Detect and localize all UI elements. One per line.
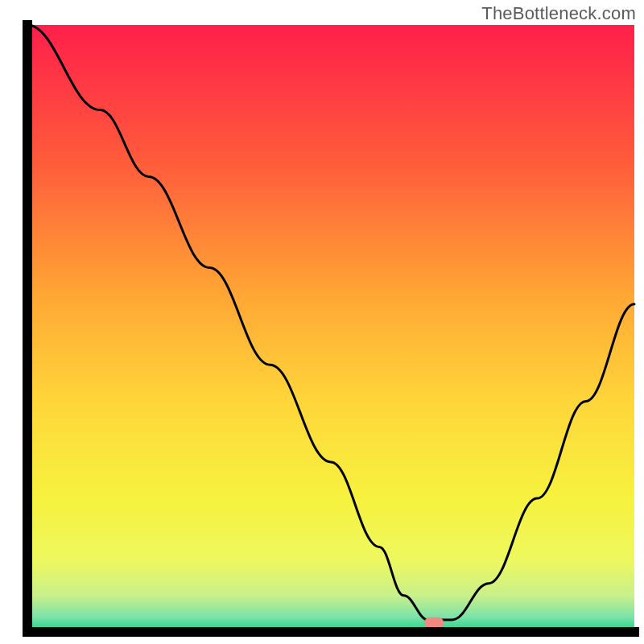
plot-background	[27, 25, 634, 632]
chart-stage: TheBottleneck.com	[0, 0, 644, 644]
optimum-marker	[424, 617, 444, 629]
bottleneck-chart	[0, 0, 644, 644]
